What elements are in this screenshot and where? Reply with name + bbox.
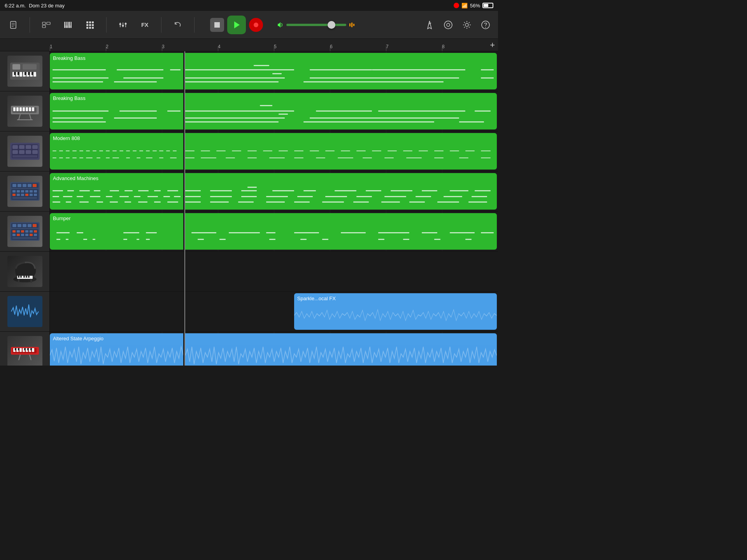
instrument-thumb-4 (7, 176, 42, 207)
record-button[interactable] (249, 18, 263, 32)
track-region-2a[interactable]: Breaking Bass (50, 93, 183, 130)
piano-keys-button[interactable] (61, 18, 75, 32)
svg-rect-50 (14, 72, 16, 75)
track-region-2b[interactable] (185, 93, 497, 130)
track-header-2[interactable] (0, 91, 49, 131)
track-row-4[interactable]: Advanced Machines (50, 172, 498, 212)
svg-rect-123 (20, 276, 22, 278)
svg-rect-60 (23, 107, 25, 111)
svg-point-36 (465, 23, 468, 26)
svg-rect-115 (21, 234, 24, 236)
track-region-3b[interactable] (185, 133, 497, 170)
track-header-7[interactable] (0, 292, 49, 332)
svg-rect-49 (33, 72, 36, 77)
track-playhead (184, 51, 185, 366)
ruler-mark-4: 4 (218, 39, 221, 51)
svg-point-29 (254, 23, 258, 27)
midi-lines-2a (50, 102, 183, 130)
svg-rect-95 (25, 194, 28, 196)
svg-rect-14 (92, 21, 94, 23)
track-header-4[interactable] (0, 172, 49, 212)
track-region-1b[interactable] (185, 53, 497, 89)
track-region-8b[interactable] (185, 333, 497, 366)
sep-2 (106, 17, 107, 33)
svg-rect-92 (12, 194, 16, 196)
track-region-5a[interactable]: Bumper (50, 213, 183, 250)
svg-rect-143 (30, 348, 32, 350)
region-label-7: Sparkle...ocal FX (297, 296, 336, 301)
track-row-5[interactable]: Bumper (50, 212, 498, 252)
svg-rect-108 (17, 230, 20, 233)
track-region-5b[interactable] (185, 213, 497, 250)
svg-rect-11 (70, 22, 71, 26)
track-region-7[interactable]: Sparkle...ocal FX (294, 293, 497, 330)
undo-button[interactable] (171, 18, 185, 32)
svg-rect-76 (32, 150, 38, 154)
track-row-7[interactable]: Sparkle...ocal FX (50, 292, 498, 332)
new-file-button[interactable] (6, 18, 20, 32)
region-label-1: Breaking Bass (53, 55, 86, 61)
stop-button[interactable] (210, 18, 224, 32)
sep-4 (194, 17, 195, 33)
svg-rect-82 (23, 184, 26, 187)
track-header-8[interactable] (0, 332, 49, 366)
svg-rect-127 (18, 279, 19, 283)
volume-thumb[interactable] (328, 21, 335, 29)
svg-rect-114 (17, 234, 20, 236)
track-region-4a[interactable]: Advanced Machines (50, 173, 183, 210)
track-header-1[interactable] (0, 51, 49, 91)
svg-rect-69 (12, 145, 18, 149)
ruler-mark-3: 3 (162, 39, 165, 51)
track-row-1[interactable]: Breaking Bass (50, 51, 498, 91)
grid-button[interactable] (83, 18, 97, 32)
track-header-6[interactable] (0, 252, 49, 292)
add-track-button[interactable]: + (490, 40, 495, 50)
track-region-1a[interactable]: Breaking Bass (50, 53, 183, 89)
metronome-button[interactable] (423, 19, 436, 31)
sep-1 (30, 17, 30, 33)
track-header-5[interactable] (0, 212, 49, 252)
svg-rect-126 (28, 276, 30, 278)
svg-rect-142 (27, 348, 29, 350)
track-row-6[interactable] (50, 252, 498, 292)
track-header-3[interactable] (0, 131, 49, 172)
recording-indicator (454, 3, 459, 8)
track-row-8[interactable]: Altered State Arpeggio (50, 332, 498, 366)
track-row-2[interactable]: Breaking Bass (50, 91, 498, 131)
svg-rect-112 (34, 230, 37, 233)
mixer-button[interactable] (116, 18, 130, 32)
svg-rect-45 (19, 72, 22, 77)
svg-rect-84 (33, 184, 37, 187)
svg-point-35 (447, 23, 450, 26)
settings-button[interactable] (461, 19, 473, 31)
svg-rect-107 (12, 230, 16, 233)
track-region-3a[interactable]: Modern 808 (50, 133, 183, 170)
svg-rect-97 (34, 194, 37, 196)
svg-rect-88 (21, 190, 24, 192)
volume-track[interactable] (286, 24, 346, 26)
svg-line-64 (19, 114, 20, 120)
midi-lines-3b (185, 142, 497, 170)
svg-rect-89 (25, 190, 28, 192)
play-button[interactable] (227, 16, 246, 34)
svg-rect-110 (25, 230, 28, 233)
svg-rect-15 (86, 24, 88, 26)
svg-rect-105 (33, 224, 37, 227)
help-button[interactable] (479, 19, 492, 31)
instrument-thumb-6 (7, 256, 42, 287)
track-region-4b[interactable] (185, 173, 497, 210)
volume-slider[interactable] (277, 22, 355, 28)
track-row-3[interactable]: Modern 808 (50, 131, 498, 172)
svg-rect-118 (34, 234, 37, 236)
view-toggle-button[interactable] (39, 18, 53, 32)
svg-point-34 (444, 21, 452, 29)
svg-rect-113 (12, 234, 16, 236)
svg-rect-101 (12, 224, 16, 227)
svg-rect-104 (28, 224, 32, 227)
fx-button[interactable]: FX (138, 18, 152, 32)
track-region-8a[interactable]: Altered State Arpeggio (50, 333, 183, 366)
master-button[interactable] (442, 19, 454, 31)
region-label-2: Breaking Bass (53, 95, 86, 101)
svg-rect-62 (29, 107, 31, 111)
svg-point-38 (485, 27, 486, 28)
